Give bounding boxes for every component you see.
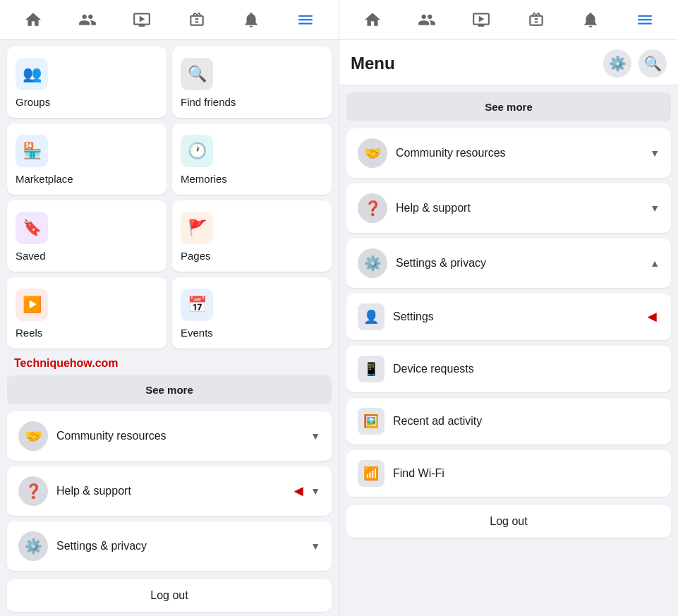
right-device-label: Device requests — [393, 363, 474, 375]
right-help-chevron: ▼ — [650, 203, 660, 214]
right-settings-label: Settings & privacy — [396, 257, 486, 270]
pages-icon: 🚩 — [181, 212, 213, 244]
left-top-nav — [0, 0, 339, 40]
help-left: ❓ Help & support — [18, 476, 131, 506]
right-nav-hamburger[interactable] — [631, 6, 659, 34]
nav-marketplace[interactable] — [183, 6, 211, 34]
right-community-chevron: ▼ — [650, 147, 660, 159]
community-left: 🤝 Community resources — [18, 421, 167, 451]
left-scroll-content: 👥 Groups 🔍 Find friends 🏪 Marketplace 🕐 … — [0, 40, 339, 616]
community-icon: 🤝 — [18, 421, 48, 451]
nav-friends[interactable] — [73, 6, 102, 34]
right-find-wifi[interactable]: 📶 Find Wi-Fi — [346, 450, 671, 497]
grid-item-marketplace[interactable]: 🏪 Marketplace — [7, 123, 167, 195]
left-community-resources[interactable]: 🤝 Community resources ▼ — [7, 411, 332, 461]
marketplace-icon: 🏪 — [16, 135, 48, 167]
right-settings-item[interactable]: 👤 Settings ◄ — [346, 294, 671, 340]
reels-icon: ▶️ — [16, 289, 48, 321]
memories-label: Memories — [181, 173, 323, 185]
groups-icon: 👥 — [16, 58, 48, 90]
pages-label: Pages — [181, 250, 323, 262]
watermark: Techniquehow.com — [7, 354, 332, 373]
see-more-button[interactable]: See more — [7, 375, 332, 404]
right-nav-notifications[interactable] — [576, 6, 605, 34]
right-settings-chevron: ▲ — [650, 258, 660, 269]
left-panel: 👥 Groups 🔍 Find friends 🏪 Marketplace 🕐 … — [0, 0, 339, 616]
right-nav-friends[interactable] — [413, 6, 441, 34]
right-device-icon: 📱 — [358, 356, 385, 382]
right-top-nav — [339, 0, 678, 40]
nav-notifications[interactable] — [237, 6, 265, 34]
grid-item-pages[interactable]: 🚩 Pages — [172, 200, 332, 272]
grid-item-find-friends[interactable]: 🔍 Find friends — [172, 47, 332, 118]
settings-chevron: ▼ — [310, 540, 320, 552]
grid-item-reels[interactable]: ▶️ Reels — [7, 277, 167, 349]
right-wifi-icon: 📶 — [358, 460, 385, 487]
grid-item-groups[interactable]: 👥 Groups — [7, 47, 167, 118]
right-scroll-content: See more 🤝 Community resources ▼ ❓ Help … — [339, 85, 678, 616]
right-help-icon: ❓ — [358, 193, 387, 223]
menu-settings-button[interactable]: ⚙️ — [603, 49, 631, 78]
settings-icon: ⚙️ — [18, 531, 48, 561]
nav-watch[interactable] — [128, 6, 156, 34]
settings-label: Settings & privacy — [56, 540, 147, 552]
right-settings-left: ⚙️ Settings & privacy — [358, 248, 486, 278]
saved-label: Saved — [16, 250, 158, 262]
left-help-support[interactable]: ❓ Help & support ◄ ▼ — [7, 466, 332, 516]
grid-item-saved[interactable]: 🔖 Saved — [7, 200, 167, 272]
right-community-icon: 🤝 — [358, 138, 387, 168]
right-settings-icon: ⚙️ — [358, 248, 387, 278]
nav-hamburger[interactable] — [291, 6, 320, 34]
grid-item-memories[interactable]: 🕐 Memories — [172, 123, 332, 195]
saved-icon: 🔖 — [16, 212, 48, 244]
community-chevron: ▼ — [310, 430, 320, 442]
right-settings-user-icon: 👤 — [358, 303, 385, 330]
left-logout-button[interactable]: Log out — [7, 579, 332, 612]
right-wifi-label: Find Wi-Fi — [393, 467, 444, 480]
left-settings-privacy[interactable]: ⚙️ Settings & privacy ▼ — [7, 521, 332, 571]
memories-icon: 🕐 — [181, 135, 213, 167]
grid-item-events[interactable]: 📅 Events — [172, 277, 332, 349]
right-nav-watch[interactable] — [467, 6, 495, 34]
help-label: Help & support — [56, 485, 131, 497]
settings-arrow-annotation: ◄ — [644, 308, 660, 326]
find-friends-label: Find friends — [181, 96, 323, 108]
menu-title: Menu — [351, 54, 395, 73]
right-help-label: Help & support — [396, 202, 471, 215]
right-help-support[interactable]: ❓ Help & support ▼ — [346, 183, 671, 233]
community-label: Community resources — [56, 430, 167, 442]
right-nav-home[interactable] — [358, 6, 387, 34]
right-help-left: ❓ Help & support — [358, 193, 471, 223]
right-ad-icon: 🖼️ — [358, 408, 385, 435]
right-device-requests[interactable]: 📱 Device requests — [346, 346, 671, 392]
reels-label: Reels — [16, 327, 158, 339]
right-community-resources[interactable]: 🤝 Community resources ▼ — [346, 128, 671, 178]
right-settings-privacy[interactable]: ⚙️ Settings & privacy ▲ — [346, 238, 671, 288]
events-label: Events — [181, 327, 323, 339]
right-community-label: Community resources — [396, 147, 506, 159]
events-icon: 📅 — [181, 289, 213, 321]
right-community-left: 🤝 Community resources — [358, 138, 506, 168]
right-logout-button[interactable]: Log out — [346, 505, 671, 538]
menu-search-button[interactable]: 🔍 — [638, 49, 667, 78]
menu-header: Menu ⚙️ 🔍 — [339, 40, 678, 85]
right-see-more[interactable]: See more — [346, 92, 671, 121]
help-arrow-annotation: ◄ — [291, 482, 306, 500]
right-ad-label: Recent ad activity — [393, 415, 482, 428]
help-chevron: ▼ — [310, 485, 320, 497]
right-settings-item-label: Settings — [393, 310, 434, 323]
nav-home[interactable] — [19, 6, 47, 34]
find-friends-icon: 🔍 — [181, 58, 213, 90]
left-grid: 👥 Groups 🔍 Find friends 🏪 Marketplace 🕐 … — [7, 47, 332, 349]
menu-header-icons: ⚙️ 🔍 — [603, 49, 667, 78]
settings-left: ⚙️ Settings & privacy — [18, 531, 147, 561]
help-icon: ❓ — [18, 476, 48, 506]
groups-label: Groups — [16, 96, 158, 108]
right-panel: Menu ⚙️ 🔍 See more 🤝 Community resources… — [339, 0, 678, 616]
right-recent-ad[interactable]: 🖼️ Recent ad activity — [346, 398, 671, 445]
marketplace-label: Marketplace — [16, 173, 158, 185]
right-nav-marketplace[interactable] — [522, 6, 550, 34]
